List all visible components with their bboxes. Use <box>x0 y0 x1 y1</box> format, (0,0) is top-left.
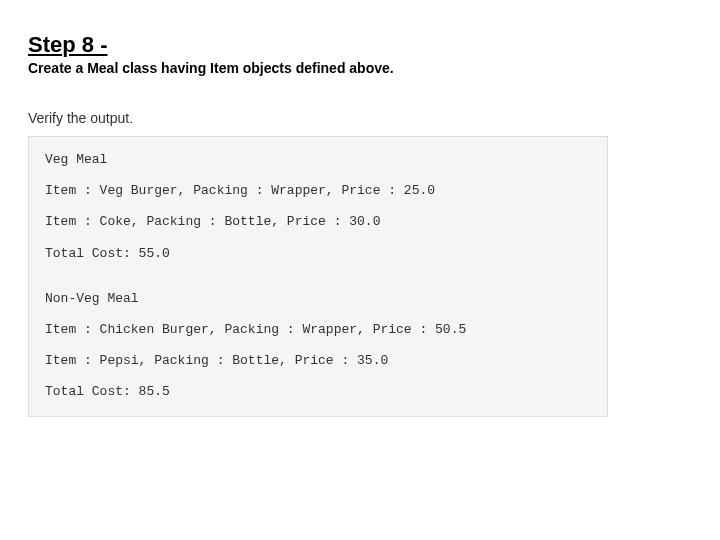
step-description: Create a Meal class having Item objects … <box>28 60 692 76</box>
output-section1-item1: Item : Veg Burger, Packing : Wrapper, Pr… <box>45 182 591 200</box>
output-box: Veg Meal Item : Veg Burger, Packing : Wr… <box>28 136 608 417</box>
verify-label: Verify the output. <box>28 110 692 126</box>
step-title: Step 8 - <box>28 32 692 58</box>
output-section2-item1: Item : Chicken Burger, Packing : Wrapper… <box>45 321 591 339</box>
output-section1-title: Veg Meal <box>45 151 591 169</box>
output-section2-item2: Item : Pepsi, Packing : Bottle, Price : … <box>45 352 591 370</box>
output-section1-total: Total Cost: 55.0 <box>45 245 591 263</box>
output-section2-total: Total Cost: 85.5 <box>45 383 591 401</box>
output-section1-item2: Item : Coke, Packing : Bottle, Price : 3… <box>45 213 591 231</box>
output-section2-title: Non-Veg Meal <box>45 290 591 308</box>
